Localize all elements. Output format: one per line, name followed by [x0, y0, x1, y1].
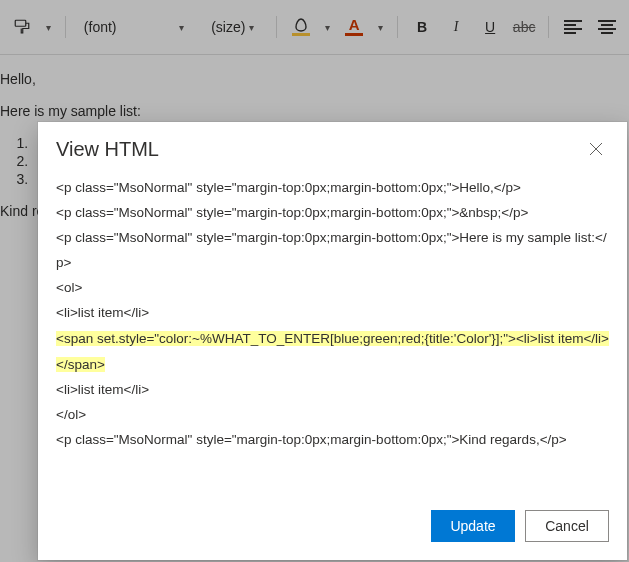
svg-rect-0	[15, 20, 26, 26]
align-center-button[interactable]	[593, 10, 621, 44]
strikethrough-button[interactable]: abc	[510, 10, 538, 44]
code-line: <li>list item</li>	[56, 301, 609, 326]
font-select-label: (font)	[84, 19, 117, 35]
chevron-down-icon: ▾	[175, 22, 188, 33]
code-line: <p class="MsoNormal" style="margin-top:0…	[56, 226, 609, 276]
chevron-down-icon[interactable]: ▾	[374, 22, 387, 33]
editor-line: Here is my sample list:	[0, 103, 625, 119]
code-line: <p class="MsoNormal" style="margin-top:0…	[56, 176, 609, 201]
separator	[548, 16, 549, 38]
separator	[65, 16, 66, 38]
chevron-down-icon[interactable]: ▾	[321, 22, 334, 33]
bold-button[interactable]: B	[408, 10, 436, 44]
modal-title: View HTML	[56, 138, 159, 161]
update-button[interactable]: Update	[431, 510, 515, 542]
code-line: <p class="MsoNormal" style="margin-top:0…	[56, 201, 609, 226]
code-line: </ol>	[56, 403, 609, 428]
chevron-down-icon[interactable]: ▾	[42, 22, 55, 33]
align-left-icon	[564, 20, 582, 34]
highlight-color-button[interactable]	[287, 10, 315, 44]
code-line: <p class="MsoNormal" style="margin-top:0…	[56, 428, 609, 453]
modal-footer: Update Cancel	[38, 496, 627, 560]
size-select[interactable]: (size) ▾	[203, 13, 266, 41]
font-select[interactable]: (font) ▾	[76, 13, 197, 41]
view-html-modal: View HTML <p class="MsoNormal" style="ma…	[38, 122, 627, 560]
close-button[interactable]	[583, 136, 609, 162]
italic-button[interactable]: I	[442, 10, 470, 44]
code-line-highlighted: <span set.style="color:~%WHAT_TO_ENTER[b…	[56, 331, 609, 372]
font-color-icon: A	[349, 18, 360, 32]
editor-line: Hello,	[0, 71, 625, 87]
modal-header: View HTML	[38, 122, 627, 170]
align-center-icon	[598, 20, 616, 34]
format-painter-icon	[13, 18, 31, 36]
toolbar: ▾ (font) ▾ (size) ▾ ▾ A ▾ B I U abc	[0, 0, 629, 55]
code-line: <li>list item</li>	[56, 378, 609, 403]
code-line: <ol>	[56, 276, 609, 301]
underline-button[interactable]: U	[476, 10, 504, 44]
highlight-icon	[293, 18, 309, 32]
separator	[276, 16, 277, 38]
chevron-down-icon: ▾	[245, 22, 258, 33]
format-painter-button[interactable]	[8, 10, 36, 44]
font-color-button[interactable]: A	[340, 10, 368, 44]
cancel-button[interactable]: Cancel	[525, 510, 609, 542]
close-icon	[589, 142, 603, 156]
separator	[397, 16, 398, 38]
align-left-button[interactable]	[559, 10, 587, 44]
html-source-view[interactable]: <p class="MsoNormal" style="margin-top:0…	[38, 170, 627, 496]
size-select-label: (size)	[211, 19, 245, 35]
